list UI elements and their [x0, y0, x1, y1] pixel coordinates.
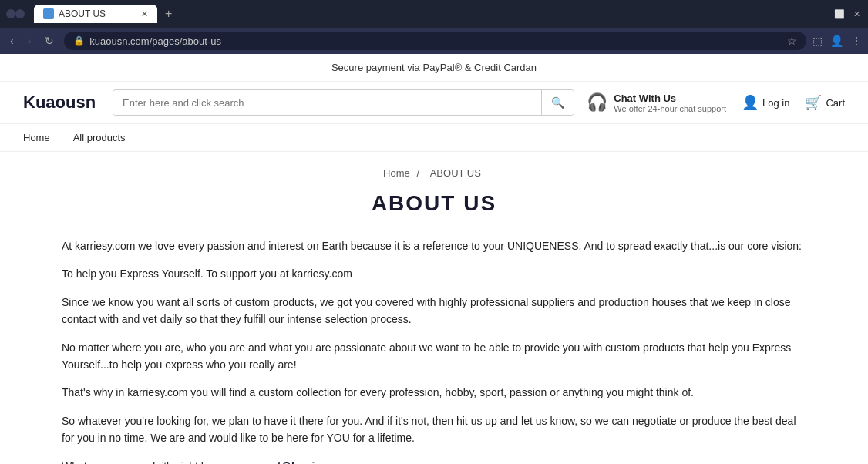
window-controls: – ⬜ ✕ — [817, 8, 862, 19]
menu-button[interactable]: ⋮ — [851, 35, 862, 47]
paragraph-2: To help you Express Yourself. To support… — [62, 265, 806, 282]
cart-label: Cart — [826, 97, 845, 109]
tab-area: ABOUT US ✕ + — [6, 5, 812, 23]
breadcrumb-current: ABOUT US — [430, 167, 481, 179]
site-header: Kuaousn 🔍 🎧 Chat With Us We offer 24-hou… — [0, 82, 868, 124]
active-tab[interactable]: ABOUT US ✕ — [34, 5, 157, 23]
paragraph-1: At karriesy.com we love every passion an… — [62, 237, 806, 254]
search-input[interactable] — [113, 91, 541, 115]
page-wrapper: Secure payment via PayPal® & Credit Card… — [0, 54, 868, 464]
profile-button[interactable]: 👤 — [830, 35, 843, 47]
chat-subtitle: We offer 24-hour chat support — [614, 104, 726, 113]
browser-titlebar: ABOUT US ✕ + – ⬜ ✕ — [0, 0, 868, 28]
tab-favicon — [43, 8, 54, 19]
close-button[interactable]: ✕ — [851, 8, 862, 19]
refresh-button[interactable]: ↻ — [41, 33, 58, 49]
browser-addressbar: ‹ › ↻ 🔒 ☆ ⬚ 👤 ⋮ — [0, 28, 868, 54]
chat-support: 🎧 Chat With Us We offer 24-hour chat sup… — [587, 92, 726, 113]
site-nav: Home All products — [0, 124, 868, 152]
support-email-link[interactable]: support@karriesy.com — [241, 460, 357, 464]
breadcrumb-separator: / — [416, 167, 419, 179]
address-bar-container[interactable]: 🔒 ☆ — [64, 32, 806, 50]
restore-button[interactable]: ⬜ — [834, 8, 845, 19]
bookmark-icon[interactable]: ☆ — [787, 35, 797, 47]
paragraph-7: Whatever you need, it's right here on su… — [62, 458, 806, 464]
cart-icon: 🛒 — [805, 94, 822, 111]
login-button[interactable]: 👤 Log in — [742, 94, 789, 111]
person-icon: 👤 — [742, 94, 759, 111]
breadcrumb-home[interactable]: Home — [383, 167, 410, 179]
header-actions: 🎧 Chat With Us We offer 24-hour chat sup… — [587, 92, 845, 113]
content-body: At karriesy.com we love every passion an… — [62, 237, 806, 464]
new-tab-button[interactable]: + — [160, 5, 177, 22]
paragraph-5: That's why in karriesy.com you will find… — [62, 384, 806, 401]
paragraph-3: Since we know you want all sorts of cust… — [62, 294, 806, 328]
browser-chrome: ABOUT US ✕ + – ⬜ ✕ ‹ › ↻ 🔒 ☆ ⬚ 👤 ⋮ — [0, 0, 868, 54]
page-title: ABOUT US — [62, 191, 806, 216]
forward-button[interactable]: › — [24, 33, 35, 49]
tab-close-button[interactable]: ✕ — [141, 9, 148, 19]
extensions-button[interactable]: ⬚ — [812, 35, 823, 47]
banner-text: Secure payment via PayPal® & Credit Card… — [331, 62, 537, 73]
breadcrumb: Home / ABOUT US — [62, 167, 806, 179]
paragraph-4: No matter where you are, who you are and… — [62, 339, 806, 374]
chat-text-block: Chat With Us We offer 24-hour chat suppo… — [614, 92, 726, 113]
paragraph-6: So whatever you're looking for, we plan … — [62, 412, 806, 447]
login-label: Log in — [762, 97, 789, 109]
chat-icon: 🎧 — [587, 92, 607, 113]
top-banner: Secure payment via PayPal® & Credit Card… — [0, 54, 868, 82]
search-bar: 🔍 — [113, 89, 574, 116]
nav-home[interactable]: Home — [23, 132, 50, 143]
tab-label: ABOUT US — [59, 8, 106, 19]
back-button[interactable]: ‹ — [6, 33, 18, 49]
address-input[interactable] — [89, 35, 782, 47]
page-content: Home / ABOUT US ABOUT US At karriesy.com… — [0, 152, 868, 464]
browser-icons: ⬚ 👤 ⋮ — [812, 35, 862, 47]
chat-title: Chat With Us — [614, 92, 726, 104]
nav-all-products[interactable]: All products — [73, 132, 126, 143]
site-logo: Kuaousn — [23, 92, 100, 113]
minimize-button[interactable]: – — [817, 8, 828, 19]
secure-icon: 🔒 — [73, 35, 85, 46]
search-button[interactable]: 🔍 — [541, 90, 574, 115]
cart-button[interactable]: 🛒 Cart — [805, 94, 845, 111]
